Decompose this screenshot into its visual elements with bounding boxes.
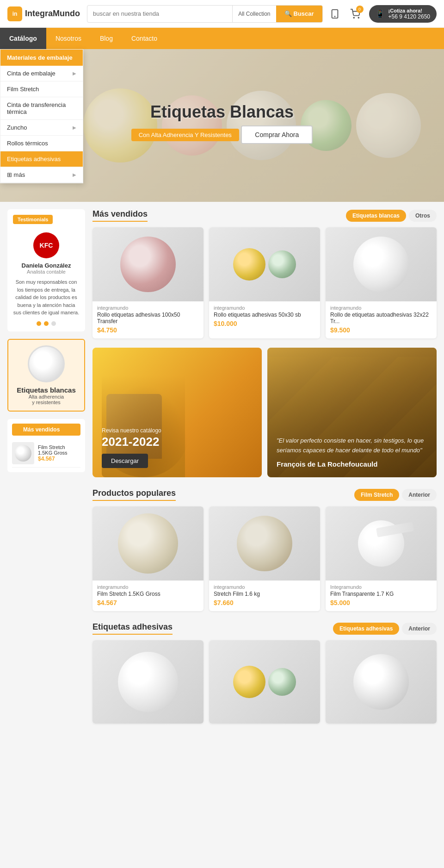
mas-vendidos-title: Más vendidos xyxy=(92,209,148,222)
product-brand-3: integramundo xyxy=(326,301,437,312)
dot-3[interactable] xyxy=(51,321,56,326)
banner-catalog: Revisa nuestro catálogo 2021-2022 Descar… xyxy=(92,348,262,477)
product-image-3 xyxy=(326,227,437,301)
dropdown-arrow: ▶ xyxy=(73,71,76,76)
popular-card-3[interactable]: Integramundo Film Transparente 1.7 KG $5… xyxy=(326,506,437,611)
testimonials-badge: Testimonials xyxy=(13,215,53,224)
mas-vendidos-sidebar-box: Más vendidos Film Stretch 1.5KG Gross $4… xyxy=(7,419,85,472)
search-icon: 🔍 xyxy=(284,10,292,17)
svg-point-3 xyxy=(358,17,359,18)
testimonial-dots xyxy=(13,321,80,326)
phone-icon: 📱 xyxy=(376,9,385,18)
cotiza-label: ¡Cotiza ahora! xyxy=(388,8,430,13)
header-icons: 0 📱 ¡Cotiza ahora! +56 9 4120 2650 xyxy=(328,5,437,23)
etiqueta-image-1 xyxy=(92,640,204,724)
populares-grid: integramundo Film Stretch 1.5KG Gross $4… xyxy=(92,506,437,611)
tab-etiquetas-anterior[interactable]: Anterior xyxy=(402,623,437,635)
dropdown-item-rollos[interactable]: Rollos térmicos xyxy=(0,136,83,151)
nav-catalogo[interactable]: Catálogo xyxy=(0,28,46,49)
nav-nosotros[interactable]: Nosotros xyxy=(46,28,91,49)
etiquetas-adhesivas-title-row: Etiquetas adhesivas Etiquetas adhesivas … xyxy=(92,622,437,635)
popular-brand-2: integramundo xyxy=(209,581,320,591)
product-name-2: Rollo etiquetas adhesivas 50x30 sb xyxy=(209,312,320,320)
search-input[interactable] xyxy=(87,10,232,17)
product-brand-2: integramundo xyxy=(209,301,320,312)
main-content: Testimonials KFC Daniela González Analis… xyxy=(0,209,444,735)
popular-name-2: Stretch Film 1.6 kg xyxy=(209,591,320,599)
search-button[interactable]: 🔍 Buscar xyxy=(276,6,322,22)
etiquetas-title: Etiquetas blancas xyxy=(14,386,79,394)
etiqueta-card-2[interactable] xyxy=(209,640,320,724)
product-name-3: Rollo de etiquetas autoadhesivas 32x22 T… xyxy=(326,312,437,326)
dropdown-item-cinta-embalaje[interactable]: Cinta de embalaje ▶ xyxy=(0,66,83,81)
dropdown-item-cinta-termica[interactable]: Cinta de transferencia térmica xyxy=(0,97,83,120)
mas-vendidos-sidebar-header: Más vendidos xyxy=(12,424,80,436)
banner-year: 2021-2022 xyxy=(102,435,161,449)
populares-title-row: Productos populares Film Stretch Anterio… xyxy=(92,488,437,501)
dropdown-arrow-mas: ▶ xyxy=(73,172,76,177)
hero-subtitle: Con Alta Adherencia Y Resistentes xyxy=(131,129,239,141)
nav: Catálogo Nosotros Blog Contacto Material… xyxy=(0,28,444,49)
logo[interactable]: in IntegraMundo xyxy=(7,6,81,21)
dropdown-arrow-zuncho: ▶ xyxy=(73,125,76,130)
kfc-logo: KFC xyxy=(33,232,59,258)
search-collection[interactable]: All Collection xyxy=(232,6,276,22)
product-card-3[interactable]: integramundo Rollo de etiquetas autoadhe… xyxy=(326,227,437,338)
cart-badge: 0 xyxy=(356,6,364,13)
etiquetas-blancas-box: Etiquetas blancas Alta adherencia y resi… xyxy=(7,339,85,412)
mas-vendidos-tabs: Etiquetas blancas Otros xyxy=(346,210,437,222)
dropdown-item-film-stretch[interactable]: Film Stretch xyxy=(0,81,83,97)
hero-content: Etiquetas Blancas Con Alta Adherencia Y … xyxy=(131,102,313,149)
nav-contacto[interactable]: Contacto xyxy=(122,28,166,49)
svg-point-2 xyxy=(353,17,354,18)
testimonial-text: Son muy responsables con los tiempos de … xyxy=(13,278,80,317)
etiqueta-image-3 xyxy=(326,640,437,724)
etiqueta-card-1[interactable] xyxy=(92,640,204,724)
logo-text: IntegraMundo xyxy=(25,9,80,19)
popular-card-1[interactable]: integramundo Film Stretch 1.5KG Gross $4… xyxy=(92,506,204,611)
testimonial-role: Analista contable xyxy=(13,269,80,275)
etiquetas-adhesivas-title: Etiquetas adhesivas xyxy=(92,622,173,635)
popular-card-2[interactable]: integramundo Stretch Film 1.6 kg $7.660 xyxy=(209,506,320,611)
cart-icon[interactable]: 0 xyxy=(349,7,362,20)
etiquetas-roll-image xyxy=(28,345,65,382)
mas-vendidos-grid: integramundo Rollo etiquetas adhesivas 1… xyxy=(92,227,437,338)
product-card-2[interactable]: integramundo Rollo etiquetas adhesivas 5… xyxy=(209,227,320,338)
cotiza-phone: +56 9 4120 2650 xyxy=(388,13,430,20)
hero-title: Etiquetas Blancas xyxy=(131,102,313,122)
dropdown-item-zuncho[interactable]: Zuncho ▶ xyxy=(0,120,83,136)
search-bar: All Collection 🔍 Buscar xyxy=(87,5,323,23)
banner-row: Revisa nuestro catálogo 2021-2022 Descar… xyxy=(92,348,437,477)
banner-quote-text: "El valor perfecto consiste en hacer, si… xyxy=(277,436,427,456)
right-content: Más vendidos Etiquetas blancas Otros int… xyxy=(92,209,437,735)
etiquetas-adhesivas-section: Etiquetas adhesivas Etiquetas adhesivas … xyxy=(92,622,437,724)
product-mini-item[interactable]: Film Stretch 1.5KG Gross $4.567 xyxy=(12,439,80,468)
popular-name-1: Film Stretch 1.5KG Gross xyxy=(92,591,204,599)
product-image-1 xyxy=(92,227,204,301)
cotiza-box[interactable]: 📱 ¡Cotiza ahora! +56 9 4120 2650 xyxy=(369,5,437,23)
tab-etiquetas-blancas[interactable]: Etiquetas blancas xyxy=(346,210,406,222)
dropdown-item-mas[interactable]: ⊞ más ▶ xyxy=(0,167,83,183)
dot-2[interactable] xyxy=(44,321,49,326)
popular-price-2: $7.660 xyxy=(209,599,320,611)
banner-quote: "El valor perfecto consiste en hacer, si… xyxy=(267,348,437,477)
banner-author: François de La Rochefoucauld xyxy=(277,460,427,468)
etiqueta-card-3[interactable] xyxy=(326,640,437,724)
product-card-1[interactable]: integramundo Rollo etiquetas adhesivas 1… xyxy=(92,227,204,338)
mobile-icon[interactable] xyxy=(328,7,341,20)
dot-1[interactable] xyxy=(37,321,41,326)
dropdown-item-etiquetas[interactable]: Etiquetas adhesivas xyxy=(0,151,83,167)
section-title-row: Más vendidos Etiquetas blancas Otros xyxy=(92,209,437,222)
populares-title: Productos populares xyxy=(92,488,176,501)
tab-film-stretch[interactable]: Film Stretch xyxy=(354,489,399,501)
sidebar: Testimonials KFC Daniela González Analis… xyxy=(7,209,85,735)
banner-download-button[interactable]: Descargar xyxy=(102,454,148,468)
tab-populares-anterior[interactable]: Anterior xyxy=(402,489,437,501)
popular-image-2 xyxy=(209,506,320,581)
hero-buy-button[interactable]: Comprar Ahora xyxy=(241,125,313,144)
tab-etiquetas-adhesivas[interactable]: Etiquetas adhesivas xyxy=(333,623,399,635)
nav-blog[interactable]: Blog xyxy=(91,28,122,49)
tab-otros[interactable]: Otros xyxy=(409,210,437,222)
logo-icon: in xyxy=(7,6,22,21)
product-mini-image xyxy=(12,442,34,464)
